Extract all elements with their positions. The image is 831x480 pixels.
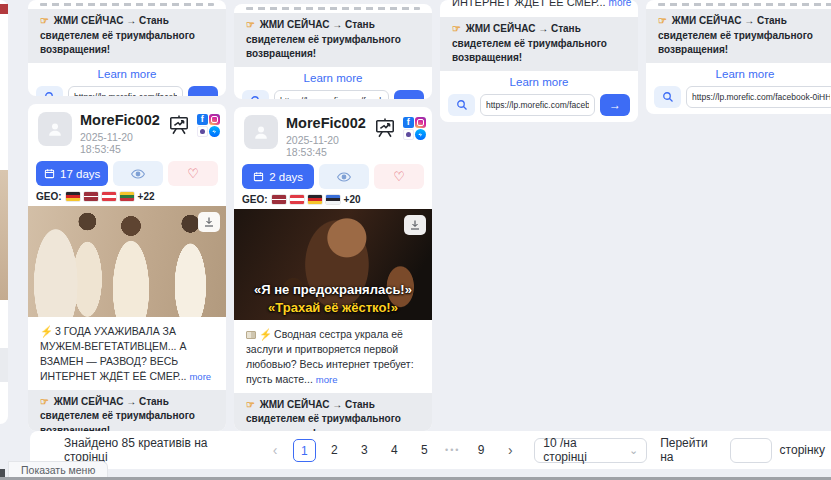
geo-row: GEO: +22 bbox=[28, 186, 226, 206]
favorite-button[interactable]: ♡ bbox=[168, 161, 218, 186]
placements-icons bbox=[403, 117, 426, 140]
search-icon bbox=[662, 91, 674, 103]
geo-label: GEO: bbox=[242, 194, 268, 205]
book-icon bbox=[246, 331, 256, 339]
search-button[interactable] bbox=[36, 86, 63, 97]
clipped-card-left bbox=[0, 0, 8, 424]
creative-card-partial: ☞ ЖМИ СЕЙЧАС → Стань свидетелем её триум… bbox=[234, 4, 432, 99]
search-button[interactable] bbox=[242, 90, 269, 100]
views-button[interactable] bbox=[113, 161, 163, 186]
chevron-right-icon: › bbox=[508, 442, 513, 458]
board-column-3: ИНТЕРНЕТ ЖДЁТ ЕЁ СМЕР... more ☞ ЖМИ СЕЙЧ… bbox=[440, 0, 638, 431]
messenger-icon bbox=[209, 126, 220, 137]
geo-more-count[interactable]: +22 bbox=[138, 191, 155, 202]
presentation-chart-icon[interactable] bbox=[168, 114, 190, 136]
creative-timestamp: 2025-11-20 18:53:45 bbox=[286, 134, 366, 158]
cta-text: ЖМИ СЕЙЧАС → Стань свидетелем её триумфа… bbox=[246, 19, 401, 59]
search-button[interactable] bbox=[448, 94, 475, 116]
landing-url-input[interactable] bbox=[480, 94, 595, 116]
cta-text: ЖМИ СЕЙЧАС → Стань свидетелем её триумфа… bbox=[246, 399, 401, 431]
eye-icon bbox=[131, 168, 145, 180]
page-number-9[interactable]: 9 bbox=[470, 439, 493, 462]
pointing-hand-icon: ☞ bbox=[452, 23, 461, 34]
goto-suffix-label: сторінку bbox=[780, 443, 825, 457]
creative-card-partial: ИНТЕРНЕТ ЖДЁТ ЕЁ СМЕР... more ☞ ЖМИ СЕЙЧ… bbox=[440, 0, 638, 122]
creative-text: ⚡3 ГОДА УХАЖИВАЛА ЗА МУЖЕМ-ВЕГЕТАТИВЦЕМ.… bbox=[28, 317, 226, 384]
learn-more-link[interactable]: Learn more bbox=[234, 71, 432, 85]
goto-page-input[interactable] bbox=[730, 438, 772, 463]
learn-more-link[interactable]: Learn more bbox=[440, 75, 638, 89]
heart-icon: ♡ bbox=[187, 167, 199, 180]
pages-ellipsis-icon[interactable]: ••• bbox=[443, 445, 463, 455]
open-url-button[interactable]: → bbox=[600, 94, 630, 116]
results-count: Знайдено 85 креативів на сторінці bbox=[64, 436, 251, 464]
page-size-select[interactable]: 10 /на сторінці ⌄ bbox=[534, 438, 647, 463]
creative-timestamp: 2025-11-20 18:53:45 bbox=[80, 131, 160, 155]
page-number-1[interactable]: 1 bbox=[293, 439, 316, 462]
page-number-3[interactable]: 3 bbox=[353, 439, 376, 462]
creative-card: MoreFic002 2025-11-20 18:53:45 17 bbox=[28, 104, 226, 431]
geo-more-count[interactable]: +20 bbox=[344, 194, 361, 205]
learn-more-link[interactable]: Learn more bbox=[646, 67, 831, 81]
next-page-button[interactable]: › bbox=[500, 438, 522, 462]
country-flag bbox=[272, 195, 286, 204]
clipped-image-sliver bbox=[0, 4, 8, 14]
open-url-button[interactable]: → bbox=[394, 90, 424, 100]
presentation-chart-icon[interactable] bbox=[374, 117, 396, 139]
creative-text: ⚡Сводная сестра украла её заслуги и прит… bbox=[234, 320, 432, 387]
download-image-button[interactable] bbox=[198, 212, 220, 232]
search-button[interactable] bbox=[654, 86, 681, 108]
search-icon bbox=[456, 99, 468, 111]
goto-prefix-label: Перейти на bbox=[660, 436, 721, 464]
avatar bbox=[244, 115, 278, 149]
landing-url-row bbox=[646, 84, 831, 108]
country-flag bbox=[66, 192, 80, 201]
landing-url-input[interactable] bbox=[686, 86, 831, 108]
cta-text: ЖМИ СЕЙЧАС → Стань свидетелем её триумфа… bbox=[40, 396, 195, 431]
landing-url-input[interactable] bbox=[68, 86, 183, 97]
creative-image[interactable] bbox=[28, 206, 226, 317]
download-image-button[interactable] bbox=[404, 215, 426, 235]
landing-url-input[interactable] bbox=[274, 90, 389, 100]
prev-page-button[interactable]: ‹ bbox=[264, 438, 286, 462]
more-link[interactable]: more bbox=[189, 371, 211, 382]
audience-network-icon bbox=[197, 126, 208, 137]
cta-box: ☞ ЖМИ СЕЙЧАС → Стань свидетелем её триум… bbox=[646, 9, 831, 63]
open-url-button[interactable]: → bbox=[188, 86, 218, 97]
cta-box: ☞ ЖМИ СЕЙЧАС → Стань свидетелем её триум… bbox=[234, 393, 432, 431]
chevron-left-icon: ‹ bbox=[273, 442, 278, 458]
page-number-2[interactable]: 2 bbox=[323, 439, 346, 462]
learn-more-link[interactable]: Learn more bbox=[28, 67, 226, 81]
zap-icon: ⚡ bbox=[40, 325, 53, 337]
landing-url-row: → bbox=[28, 84, 226, 97]
cta-text: ЖМИ СЕЙЧАС → Стань свидетелем её триумфа… bbox=[40, 15, 195, 55]
creative-image[interactable]: «Я не предохранялась!» «Трахай её жёстко… bbox=[234, 209, 432, 320]
page-number-5[interactable]: 5 bbox=[413, 439, 436, 462]
active-days-button[interactable]: 17 days bbox=[36, 161, 108, 186]
more-link[interactable]: more bbox=[316, 374, 338, 385]
arrow-right-icon: → bbox=[609, 98, 621, 112]
calendar-icon bbox=[44, 168, 55, 179]
more-link[interactable]: more bbox=[609, 0, 632, 8]
country-flag bbox=[308, 195, 322, 204]
views-button[interactable] bbox=[319, 164, 369, 189]
creatives-board: ☞ ЖМИ СЕЙЧАС → Стань свидетелем её триум… bbox=[0, 0, 831, 431]
page-number-4[interactable]: 4 bbox=[383, 439, 406, 462]
search-icon bbox=[250, 95, 262, 100]
profile-name: MoreFic002 bbox=[286, 115, 366, 132]
facebook-icon bbox=[403, 117, 414, 128]
person-icon bbox=[251, 122, 271, 142]
creative-card: MoreFic002 2025-11-20 18:53:45 2 d bbox=[234, 107, 432, 431]
chevron-down-icon: ⌄ bbox=[629, 445, 638, 456]
download-icon bbox=[203, 216, 215, 228]
heart-icon: ♡ bbox=[393, 170, 405, 183]
board-column-2: ☞ ЖМИ СЕЙЧАС → Стань свидетелем её триум… bbox=[234, 0, 432, 431]
image-overlay-text: «Я не предохранялась!» «Трахай её жёстко… bbox=[234, 281, 432, 316]
cta-box: ☞ ЖМИ СЕЙЧАС → Стань свидетелем её триум… bbox=[440, 17, 638, 71]
favorite-button[interactable]: ♡ bbox=[374, 164, 424, 189]
facebook-icon bbox=[197, 114, 208, 125]
show-menu-button[interactable]: Показать меню bbox=[8, 461, 108, 478]
country-flag bbox=[326, 195, 340, 204]
goto-page: Перейти на сторінку bbox=[660, 436, 825, 464]
active-days-button[interactable]: 2 days bbox=[242, 164, 314, 189]
